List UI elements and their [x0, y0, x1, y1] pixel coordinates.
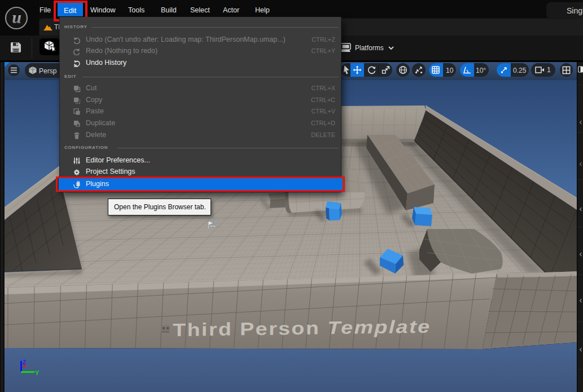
svg-text:u: u [12, 8, 21, 27]
svg-text:Y: Y [35, 369, 40, 376]
svg-text:Third Person Template: Third Person Template [173, 316, 431, 340]
svg-text:X: X [23, 363, 27, 369]
